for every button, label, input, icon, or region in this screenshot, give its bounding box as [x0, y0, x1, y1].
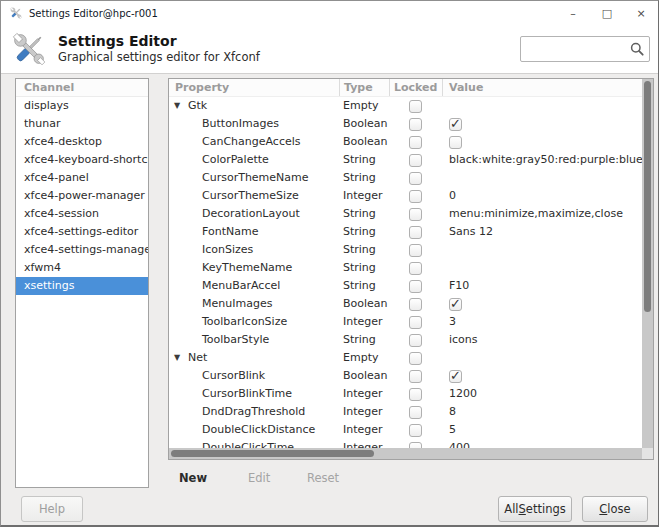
property-value: Sans 12 [442, 223, 644, 241]
property-row[interactable]: FontNameStringSans 12 [169, 223, 644, 241]
property-row[interactable]: ColorPaletteStringblack:white:gray50:red… [169, 151, 644, 169]
expander-icon[interactable]: ▼ [174, 349, 188, 367]
property-row[interactable]: DoubleClickTimeInteger400 [169, 439, 644, 448]
minimize-button[interactable]: – [556, 1, 590, 25]
locked-cell [389, 277, 442, 295]
header: Settings Editor Graphical settings edito… [1, 25, 658, 74]
locked-checkbox[interactable] [409, 388, 422, 401]
property-table-panel: Property Type Locked Value ▼GtkEmptyButt… [168, 78, 654, 460]
vertical-scrollbar-thumb[interactable] [644, 81, 651, 312]
channel-column-header[interactable]: Channel [16, 79, 148, 97]
all-settings-button[interactable]: All Settings [498, 496, 572, 522]
value-checkbox[interactable] [449, 370, 462, 383]
locked-cell [389, 439, 442, 448]
horizontal-scrollbar[interactable] [169, 448, 644, 459]
channel-item-xfwm4[interactable]: xfwm4 [16, 259, 148, 277]
locked-cell [389, 115, 442, 133]
close-window-button[interactable]: × [624, 1, 658, 25]
channel-item-xfce4-settings-manager[interactable]: xfce4-settings-manager [16, 241, 148, 259]
locked-cell [389, 151, 442, 169]
help-button[interactable]: Help [21, 496, 83, 522]
property-row[interactable]: MenuBarAccelStringF10 [169, 277, 644, 295]
property-row[interactable]: CursorThemeSizeInteger0 [169, 187, 644, 205]
property-row[interactable]: DecorationLayoutStringmenu:minimize,maxi… [169, 205, 644, 223]
property-row[interactable]: CanChangeAccelsBoolean [169, 133, 644, 151]
expander-icon[interactable]: ▼ [174, 97, 188, 115]
reset-button[interactable]: Reset [307, 468, 339, 488]
close-button[interactable]: Close [582, 496, 648, 522]
locked-checkbox[interactable] [409, 406, 422, 419]
locked-checkbox[interactable] [409, 262, 422, 275]
locked-checkbox[interactable] [409, 370, 422, 383]
value-checkbox[interactable] [449, 298, 462, 311]
column-header-value[interactable]: Value [442, 79, 653, 96]
locked-checkbox[interactable] [409, 424, 422, 437]
property-row[interactable]: ▼GtkEmpty [169, 97, 644, 115]
value-checkbox[interactable] [449, 118, 462, 131]
value-cell [442, 133, 644, 151]
property-name: CursorBlinkTime [202, 385, 292, 403]
property-row[interactable]: ToolbarIconSizeInteger3 [169, 313, 644, 331]
locked-checkbox[interactable] [409, 226, 422, 239]
property-row[interactable]: CursorBlinkBoolean [169, 367, 644, 385]
new-button[interactable]: New [179, 468, 207, 488]
channel-item-xfce4-keyboard-shortcuts[interactable]: xfce4-keyboard-shortcuts [16, 151, 148, 169]
property-row[interactable]: KeyThemeNameString [169, 259, 644, 277]
horizontal-scrollbar-thumb[interactable] [171, 450, 374, 457]
locked-checkbox[interactable] [409, 244, 422, 257]
property-row[interactable]: IconSizesString [169, 241, 644, 259]
locked-cell [389, 133, 442, 151]
property-type: String [339, 205, 389, 223]
property-row[interactable]: DoubleClickDistanceInteger5 [169, 421, 644, 439]
property-row[interactable]: MenuImagesBoolean [169, 295, 644, 313]
locked-checkbox[interactable] [409, 190, 422, 203]
page-title: Settings Editor [58, 33, 260, 50]
vertical-scrollbar[interactable] [642, 79, 653, 448]
property-row[interactable]: CursorBlinkTimeInteger1200 [169, 385, 644, 403]
property-type: Boolean [339, 367, 389, 385]
locked-checkbox[interactable] [409, 154, 422, 167]
value-cell [442, 367, 644, 385]
property-table-body: ▼GtkEmptyButtonImagesBooleanCanChangeAcc… [169, 97, 644, 448]
settings-tools-icon [9, 29, 49, 69]
locked-checkbox[interactable] [409, 280, 422, 293]
property-row[interactable]: CursorThemeNameString [169, 169, 644, 187]
column-header-property[interactable]: Property [169, 79, 339, 96]
property-type: Integer [339, 403, 389, 421]
property-row[interactable]: DndDragThresholdInteger8 [169, 403, 644, 421]
channel-item-xfce4-desktop[interactable]: xfce4-desktop [16, 133, 148, 151]
property-value [442, 241, 644, 259]
property-type: Empty [339, 97, 389, 115]
locked-cell [389, 187, 442, 205]
edit-button[interactable]: Edit [248, 468, 270, 488]
channel-item-xfce4-settings-editor[interactable]: xfce4-settings-editor [16, 223, 148, 241]
property-row[interactable]: ▼NetEmpty [169, 349, 644, 367]
search-box [520, 36, 650, 62]
maximize-button[interactable]: □ [590, 1, 624, 25]
channel-item-xfce4-power-manager[interactable]: xfce4-power-manager [16, 187, 148, 205]
channel-item-xsettings[interactable]: xsettings [16, 277, 148, 295]
channel-item-thunar[interactable]: thunar [16, 115, 148, 133]
channel-item-xfce4-session[interactable]: xfce4-session [16, 205, 148, 223]
locked-checkbox[interactable] [409, 172, 422, 185]
channel-item-xfce4-panel[interactable]: xfce4-panel [16, 169, 148, 187]
locked-checkbox[interactable] [409, 136, 422, 149]
column-header-type[interactable]: Type [339, 79, 389, 96]
locked-cell [389, 259, 442, 277]
property-type: Integer [339, 385, 389, 403]
property-row[interactable]: ButtonImagesBoolean [169, 115, 644, 133]
column-header-locked[interactable]: Locked [389, 79, 442, 96]
locked-checkbox[interactable] [409, 298, 422, 311]
locked-checkbox[interactable] [409, 316, 422, 329]
channel-item-displays[interactable]: displays [16, 97, 148, 115]
locked-cell [389, 295, 442, 313]
locked-checkbox[interactable] [409, 118, 422, 131]
property-type: String [339, 277, 389, 295]
locked-checkbox[interactable] [409, 334, 422, 347]
locked-checkbox[interactable] [409, 208, 422, 221]
property-type: String [339, 169, 389, 187]
property-row[interactable]: ToolbarStyleStringicons [169, 331, 644, 349]
value-checkbox[interactable] [449, 136, 462, 149]
locked-checkbox[interactable] [409, 352, 422, 365]
locked-checkbox[interactable] [409, 100, 422, 113]
